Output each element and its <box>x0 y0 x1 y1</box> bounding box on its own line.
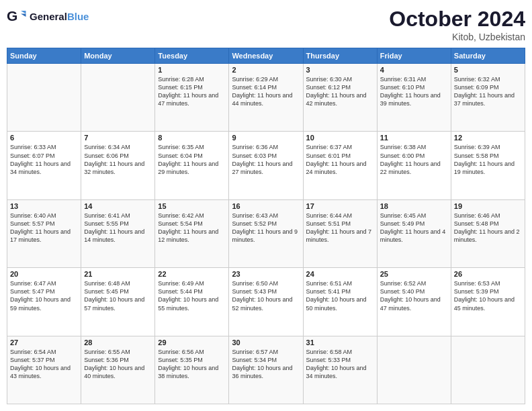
day-info: Sunrise: 6:40 AMSunset: 5:57 PMDaylight:… <box>10 212 78 244</box>
calendar-cell: 6Sunrise: 6:33 AMSunset: 6:07 PMDaylight… <box>7 132 81 199</box>
calendar-cell: 17Sunrise: 6:44 AMSunset: 5:51 PMDayligh… <box>303 199 377 267</box>
day-number: 4 <box>380 66 448 74</box>
day-number: 31 <box>306 338 374 347</box>
calendar-cell: 25Sunrise: 6:52 AMSunset: 5:40 PMDayligh… <box>377 268 451 336</box>
day-number: 9 <box>232 134 300 142</box>
day-number: 19 <box>454 202 522 210</box>
day-info: Sunrise: 6:29 AMSunset: 6:14 PMDaylight:… <box>232 75 300 108</box>
day-info: Sunrise: 6:58 AMSunset: 5:33 PMDaylight:… <box>306 348 374 381</box>
day-info: Sunrise: 6:47 AMSunset: 5:47 PMDaylight:… <box>10 279 78 312</box>
calendar-cell: 26Sunrise: 6:53 AMSunset: 5:39 PMDayligh… <box>451 268 525 336</box>
calendar-cell: 27Sunrise: 6:54 AMSunset: 5:37 PMDayligh… <box>7 336 81 404</box>
day-info: Sunrise: 6:50 AMSunset: 5:43 PMDaylight:… <box>232 279 300 312</box>
header-monday: Monday <box>81 48 155 64</box>
calendar-cell <box>7 64 81 132</box>
calendar-cell: 19Sunrise: 6:46 AMSunset: 5:48 PMDayligh… <box>451 199 525 267</box>
day-number: 29 <box>158 338 226 347</box>
day-info: Sunrise: 6:37 AMSunset: 6:01 PMDaylight:… <box>306 143 374 176</box>
calendar-week-1: 1Sunrise: 6:28 AMSunset: 6:15 PMDaylight… <box>7 64 525 132</box>
day-info: Sunrise: 6:52 AMSunset: 5:40 PMDaylight:… <box>380 279 448 312</box>
day-number: 23 <box>232 270 300 278</box>
day-info: Sunrise: 6:55 AMSunset: 5:36 PMDaylight:… <box>84 348 152 381</box>
day-number: 25 <box>380 270 448 278</box>
page: G GeneralBlue October 2024 Kitob, Uzbeki… <box>0 0 532 411</box>
calendar-cell: 31Sunrise: 6:58 AMSunset: 5:33 PMDayligh… <box>303 336 377 404</box>
day-info: Sunrise: 6:34 AMSunset: 6:06 PMDaylight:… <box>84 143 152 176</box>
calendar-cell: 5Sunrise: 6:32 AMSunset: 6:09 PMDaylight… <box>451 64 525 132</box>
svg-marker-2 <box>21 14 26 17</box>
day-number: 8 <box>158 134 226 142</box>
calendar-cell: 1Sunrise: 6:28 AMSunset: 6:15 PMDaylight… <box>155 64 229 132</box>
day-info: Sunrise: 6:35 AMSunset: 6:04 PMDaylight:… <box>158 143 226 176</box>
calendar-cell: 13Sunrise: 6:40 AMSunset: 5:57 PMDayligh… <box>7 199 81 267</box>
day-number: 30 <box>232 338 300 347</box>
calendar-cell: 11Sunrise: 6:38 AMSunset: 6:00 PMDayligh… <box>377 132 451 199</box>
day-info: Sunrise: 6:43 AMSunset: 5:52 PMDaylight:… <box>232 212 300 244</box>
logo-general: General <box>30 11 67 22</box>
day-info: Sunrise: 6:30 AMSunset: 6:12 PMDaylight:… <box>306 75 374 108</box>
calendar-cell: 4Sunrise: 6:31 AMSunset: 6:10 PMDaylight… <box>377 64 451 132</box>
title-block: October 2024 Kitob, Uzbekistan <box>389 7 525 42</box>
svg-marker-1 <box>21 11 26 14</box>
day-number: 3 <box>306 66 374 74</box>
calendar-cell: 20Sunrise: 6:47 AMSunset: 5:47 PMDayligh… <box>7 268 81 336</box>
day-number: 28 <box>84 338 152 347</box>
month-title: October 2024 <box>389 7 525 32</box>
location: Kitob, Uzbekistan <box>389 32 525 42</box>
day-info: Sunrise: 6:41 AMSunset: 5:55 PMDaylight:… <box>84 212 152 244</box>
calendar-week-3: 13Sunrise: 6:40 AMSunset: 5:57 PMDayligh… <box>7 199 525 267</box>
header: G GeneralBlue October 2024 Kitob, Uzbeki… <box>7 7 525 42</box>
day-number: 13 <box>10 202 78 210</box>
calendar-cell: 3Sunrise: 6:30 AMSunset: 6:12 PMDaylight… <box>303 64 377 132</box>
header-saturday: Saturday <box>451 48 525 64</box>
day-info: Sunrise: 6:49 AMSunset: 5:44 PMDaylight:… <box>158 279 226 312</box>
calendar-cell: 8Sunrise: 6:35 AMSunset: 6:04 PMDaylight… <box>155 132 229 199</box>
day-number: 18 <box>380 202 448 210</box>
calendar-cell <box>451 336 525 404</box>
calendar-week-5: 27Sunrise: 6:54 AMSunset: 5:37 PMDayligh… <box>7 336 525 404</box>
svg-text:G: G <box>7 8 17 24</box>
calendar-cell: 28Sunrise: 6:55 AMSunset: 5:36 PMDayligh… <box>81 336 155 404</box>
day-number: 15 <box>158 202 226 210</box>
day-info: Sunrise: 6:46 AMSunset: 5:48 PMDaylight:… <box>454 212 522 244</box>
header-sunday: Sunday <box>7 48 81 64</box>
day-info: Sunrise: 6:54 AMSunset: 5:37 PMDaylight:… <box>10 348 78 381</box>
header-wednesday: Wednesday <box>229 48 303 64</box>
calendar-cell: 18Sunrise: 6:45 AMSunset: 5:49 PMDayligh… <box>377 199 451 267</box>
day-number: 24 <box>306 270 374 278</box>
day-number: 7 <box>84 134 152 142</box>
calendar-cell: 2Sunrise: 6:29 AMSunset: 6:14 PMDaylight… <box>229 64 303 132</box>
calendar-cell <box>377 336 451 404</box>
calendar-cell: 29Sunrise: 6:56 AMSunset: 5:35 PMDayligh… <box>155 336 229 404</box>
header-tuesday: Tuesday <box>155 48 229 64</box>
day-info: Sunrise: 6:32 AMSunset: 6:09 PMDaylight:… <box>454 75 522 108</box>
calendar-cell: 14Sunrise: 6:41 AMSunset: 5:55 PMDayligh… <box>81 199 155 267</box>
calendar-cell: 23Sunrise: 6:50 AMSunset: 5:43 PMDayligh… <box>229 268 303 336</box>
day-info: Sunrise: 6:42 AMSunset: 5:54 PMDaylight:… <box>158 212 226 244</box>
day-number: 26 <box>454 270 522 278</box>
logo-blue: Blue <box>67 11 89 22</box>
calendar-cell: 24Sunrise: 6:51 AMSunset: 5:41 PMDayligh… <box>303 268 377 336</box>
day-number: 21 <box>84 270 152 278</box>
day-info: Sunrise: 6:31 AMSunset: 6:10 PMDaylight:… <box>380 75 448 108</box>
day-number: 17 <box>306 202 374 210</box>
day-info: Sunrise: 6:39 AMSunset: 5:58 PMDaylight:… <box>454 143 522 176</box>
day-number: 10 <box>306 134 374 142</box>
day-number: 11 <box>380 134 448 142</box>
calendar-cell: 12Sunrise: 6:39 AMSunset: 5:58 PMDayligh… <box>451 132 525 199</box>
calendar-cell: 21Sunrise: 6:48 AMSunset: 5:45 PMDayligh… <box>81 268 155 336</box>
day-info: Sunrise: 6:56 AMSunset: 5:35 PMDaylight:… <box>158 348 226 381</box>
day-number: 22 <box>158 270 226 278</box>
day-info: Sunrise: 6:33 AMSunset: 6:07 PMDaylight:… <box>10 143 78 176</box>
day-info: Sunrise: 6:38 AMSunset: 6:00 PMDaylight:… <box>380 143 448 176</box>
calendar-cell: 10Sunrise: 6:37 AMSunset: 6:01 PMDayligh… <box>303 132 377 199</box>
calendar-week-2: 6Sunrise: 6:33 AMSunset: 6:07 PMDaylight… <box>7 132 525 199</box>
calendar-cell: 15Sunrise: 6:42 AMSunset: 5:54 PMDayligh… <box>155 199 229 267</box>
header-friday: Friday <box>377 48 451 64</box>
day-number: 6 <box>10 134 78 142</box>
calendar-cell: 9Sunrise: 6:36 AMSunset: 6:03 PMDaylight… <box>229 132 303 199</box>
day-number: 27 <box>10 338 78 347</box>
day-info: Sunrise: 6:45 AMSunset: 5:49 PMDaylight:… <box>380 212 448 244</box>
calendar-week-4: 20Sunrise: 6:47 AMSunset: 5:47 PMDayligh… <box>7 268 525 336</box>
calendar-cell: 22Sunrise: 6:49 AMSunset: 5:44 PMDayligh… <box>155 268 229 336</box>
